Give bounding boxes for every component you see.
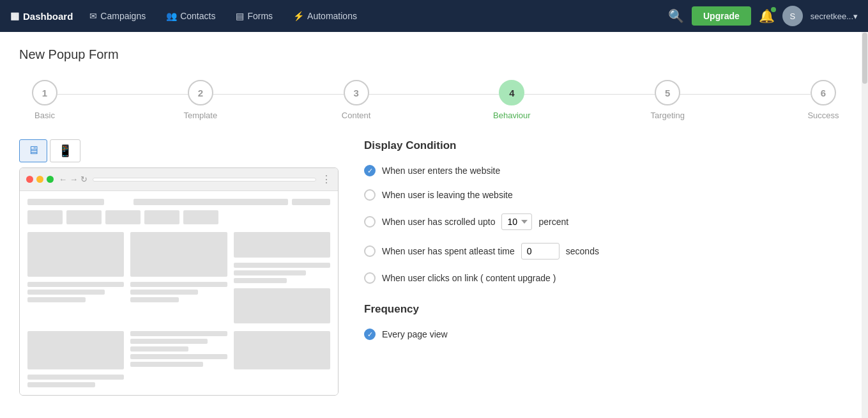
content-layout: 🖥 📱 ← → ↻ ⋮ [19,139,849,396]
label-percent: percent [538,217,568,227]
checkbox-every-page[interactable] [364,329,376,340]
wireframe-top [27,199,330,224]
frequency-title: Frequency [364,303,849,316]
browser-window: ← → ↻ ⋮ [19,167,339,396]
notification-bell[interactable]: 🔔 [759,8,775,24]
wireframe-grid [27,232,330,323]
notification-dot [771,7,776,12]
traffic-lights [26,176,54,183]
contacts-label: Contacts [180,11,215,21]
label-time: When user has spent atleast time [382,246,515,256]
step-content[interactable]: 3 Content [331,80,382,120]
right-panel: Display Condition When user enters the w… [364,139,849,396]
step-label-6: Success [807,111,839,120]
upgrade-button[interactable]: Upgrade [692,6,751,26]
avatar: S [782,6,803,26]
wireframe-col-2 [130,232,227,323]
radio-scrolled[interactable] [364,216,376,228]
wireframe-col-1 [27,232,124,323]
browser-preview: 🖥 📱 ← → ↻ ⋮ [19,139,339,396]
scrollbar-track[interactable] [862,32,868,418]
step-circle-1: 1 [32,80,57,105]
step-label-4: Behaviour [493,111,531,120]
device-tabs: 🖥 📱 [19,139,339,162]
mobile-tab[interactable]: 📱 [50,139,80,162]
scroll-select[interactable]: 10 20 30 40 50 [501,213,532,230]
wireframe-col-4 [27,331,124,387]
navbar: ▦ Dashboard ✉ Campaigns 👥 Contacts ▤ For… [0,0,868,32]
address-bar[interactable] [93,178,316,182]
step-label-3: Content [342,111,371,120]
step-label-1: Basic [34,111,55,120]
browser-chrome: ← → ↻ ⋮ [20,168,338,191]
time-input[interactable] [521,243,560,259]
label-seconds: seconds [566,246,599,256]
condition-time: When user has spent atleast time seconds [364,243,849,259]
label-leaving: When user is leaving the website [382,190,513,200]
forms-label: Forms [247,11,273,21]
nav-contacts[interactable]: 👥 Contacts [157,7,224,25]
scrollbar-thumb[interactable] [862,33,867,84]
step-basic[interactable]: 1 Basic [19,80,70,120]
browser-body [20,191,338,395]
condition-leaving: When user is leaving the website [364,189,849,201]
nav-brand[interactable]: ▦ Dashboard [10,10,73,22]
label-scrolled: When user has scrolled upto [382,217,495,227]
radio-time[interactable] [364,245,376,257]
contacts-icon: 👥 [166,11,177,21]
desktop-tab[interactable]: 🖥 [19,139,47,162]
browser-more-icon[interactable]: ⋮ [321,173,331,185]
campaigns-icon: ✉ [89,11,97,21]
nav-campaigns[interactable]: ✉ Campaigns [80,7,155,25]
radio-leaving[interactable] [364,189,376,201]
step-label-2: Template [183,111,217,120]
wireframe-nav [27,210,330,224]
wireframe-grid-2 [27,331,330,387]
user-label[interactable]: secretkee...▾ [811,12,858,21]
automations-label: Automations [307,11,357,21]
reload-icon[interactable]: ↻ [80,174,88,184]
condition-link: When user clicks on link ( content upgra… [364,272,849,284]
nav-forms[interactable]: ▤ Forms [227,7,282,25]
condition-enters: When user enters the website [364,165,849,176]
step-circle-6: 6 [811,80,836,105]
forms-icon: ▤ [236,11,244,21]
page-title: New Popup Form [19,47,849,62]
step-targeting[interactable]: 5 Targeting [642,80,693,120]
minimize-button-dot [36,176,43,183]
radio-link[interactable] [364,272,376,284]
condition-every-page: Every page view [364,329,849,340]
step-circle-3: 3 [344,80,369,105]
browser-nav: ← → ↻ [59,174,88,184]
wireframe-col-5 [130,331,227,387]
frequency-section: Frequency Every page view [364,303,849,340]
search-icon[interactable]: 🔍 [668,8,684,24]
maximize-button-dot [47,176,54,183]
automations-icon: ⚡ [293,11,304,21]
campaigns-label: Campaigns [100,11,146,21]
step-template[interactable]: 2 Template [175,80,226,120]
label-every-page: Every page view [382,329,448,339]
stepper: 1 Basic 2 Template 3 Content 4 Behaviour… [19,80,849,120]
label-enters: When user enters the website [382,166,500,176]
main-content: New Popup Form 1 Basic 2 Template 3 Cont… [0,32,868,418]
label-link: When user clicks on link ( content upgra… [382,273,556,283]
condition-scrolled: When user has scrolled upto 10 20 30 40 … [364,213,849,230]
radio-enters[interactable] [364,165,376,176]
step-circle-2: 2 [188,80,213,105]
wireframe-col-3 [234,232,330,323]
wireframe-col-6 [234,331,330,387]
back-icon[interactable]: ← [59,174,67,184]
step-label-5: Targeting [650,111,684,120]
step-behaviour[interactable]: 4 Behaviour [486,80,537,120]
brand-label: Dashboard [23,11,73,22]
brand-icon: ▦ [10,10,19,22]
nav-right: 🔍 Upgrade 🔔 S secretkee...▾ [668,6,858,26]
step-circle-4: 4 [499,80,524,105]
nav-automations[interactable]: ⚡ Automations [284,7,366,25]
close-button-dot [26,176,33,183]
step-success[interactable]: 6 Success [798,80,849,120]
display-condition-title: Display Condition [364,139,849,152]
step-circle-5: 5 [655,80,680,105]
forward-icon[interactable]: → [70,174,78,184]
